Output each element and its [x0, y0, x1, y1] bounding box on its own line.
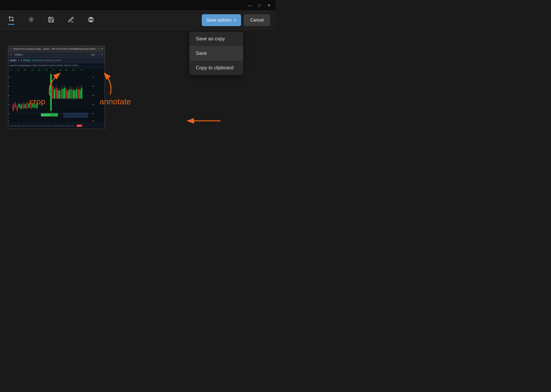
save-as-copy-item[interactable]: Save as copy — [189, 32, 243, 46]
svg-text:100: 100 — [8, 76, 11, 78]
chart-body: J22 J23 J24 J25 J26 J29 J30 J31 F01 F02 … — [8, 68, 105, 123]
svg-text:0: 0 — [8, 120, 9, 122]
chart-footer: A4H_SMI_BTD_Laguerre (30, 70, 4, 0.01, 6… — [8, 123, 105, 128]
svg-rect-67 — [50, 74, 52, 111]
effects-tool[interactable] — [85, 14, 97, 26]
toolbar-right: Save options ∨ Cancel — [202, 14, 270, 26]
chart-title: Charts from shared config - 15min - 4877… — [13, 48, 96, 50]
crop-tool[interactable] — [5, 13, 17, 27]
svg-text:J26: J26 — [38, 69, 40, 71]
svg-text:270: 270 — [92, 113, 94, 115]
svg-line-5 — [29, 17, 30, 18]
chart-symbol: ALGN — [9, 59, 17, 62]
chart-candlestick-svg: J22 J23 J24 J25 J26 J29 J30 J31 F01 F02 … — [8, 68, 105, 123]
svg-text:20: 20 — [8, 113, 10, 115]
minimize-button[interactable]: — — [245, 2, 254, 9]
chart-timeframe: 2hr — [91, 54, 96, 56]
chart-info-bar: ALGN ⬇ ⬇ 275.38 +1.48 +0.54% B: 275.12 A… — [8, 58, 105, 63]
svg-text:Buy the Dip: Buy the Dip — [41, 114, 50, 116]
close-button[interactable]: ✕ — [265, 2, 273, 9]
copy-to-clipboard-label: Copy to clipboard — [196, 65, 234, 71]
title-bar: — □ ✕ — [0, 0, 276, 11]
svg-line-7 — [33, 17, 33, 18]
svg-text:J29: J29 — [45, 69, 47, 71]
chart-toolbar: ✕ Charts 2hr □ ☰ — [8, 52, 105, 58]
brightness-icon — [28, 16, 34, 24]
save-options-button[interactable]: Save options ∨ — [202, 14, 241, 26]
save-item[interactable]: Save — [189, 46, 243, 61]
chart-change: +1.48 +0.54% — [31, 59, 43, 61]
annotate-tool[interactable] — [65, 14, 77, 26]
chart-screenshot: ✕ Charts from shared config - 15min - 48… — [8, 46, 105, 129]
effects-icon — [88, 16, 94, 24]
svg-text:80: 80 — [8, 85, 10, 87]
chevron-down-icon: ∨ — [234, 18, 236, 22]
floppy-icon — [48, 16, 54, 24]
svg-text:290: 290 — [92, 95, 94, 96]
chart-window-controls: –□✕ — [96, 47, 103, 50]
svg-text:J22: J22 — [10, 69, 12, 71]
chart-price: 275.38 — [23, 59, 30, 62]
svg-text:60: 60 — [8, 95, 10, 96]
cancel-button[interactable]: Cancel — [244, 14, 270, 26]
svg-text:F02: F02 — [72, 69, 75, 71]
save-as-copy-label: Save as copy — [196, 36, 225, 42]
toolbar-tools — [5, 13, 97, 27]
copy-to-clipboard-item[interactable]: Copy to clipboard — [189, 61, 243, 75]
save-dropdown-menu: Save as copy Save Copy to clipboard — [189, 32, 243, 75]
svg-rect-105 — [63, 113, 87, 117]
svg-text:280: 280 — [92, 104, 94, 105]
svg-text:J24: J24 — [24, 69, 26, 71]
svg-text:J23: J23 — [17, 69, 19, 71]
svg-text:J30: J30 — [52, 69, 54, 71]
svg-line-8 — [29, 21, 30, 21]
crop-icon — [8, 16, 15, 23]
chart-footer-text: A4H_SMI_BTD_Laguerre (30, 70, 4, 0.01, 6… — [9, 125, 75, 127]
chart-title-bar: ✕ Charts from shared config - 15min - 48… — [8, 46, 105, 52]
chart-tab: Charts — [14, 53, 23, 56]
pen-icon — [68, 16, 74, 24]
bear-badge: Bear — [76, 124, 83, 127]
crop-active-indicator — [8, 24, 15, 25]
svg-point-0 — [30, 19, 32, 21]
svg-text:300: 300 — [92, 85, 94, 87]
save-label: Save — [196, 51, 207, 56]
toolbar: Save options ∨ Cancel — [0, 11, 276, 30]
svg-text:J31: J31 — [59, 69, 62, 71]
svg-text:J25: J25 — [31, 69, 33, 71]
svg-text:F01: F01 — [65, 69, 68, 71]
svg-text:310: 310 — [92, 76, 94, 78]
svg-text:F05: F05 — [81, 69, 83, 71]
save-tool[interactable] — [45, 14, 57, 26]
svg-text:40: 40 — [8, 104, 10, 105]
svg-text:260: 260 — [92, 120, 94, 122]
brightness-tool[interactable] — [25, 14, 37, 26]
svg-line-6 — [33, 21, 33, 21]
save-options-label: Save options — [207, 18, 232, 23]
maximize-button[interactable]: □ — [255, 2, 264, 9]
chart-header-info: ALGN 10 D 1h [NASDAQ] D: 2/5/24, 12:30 P… — [8, 63, 105, 68]
